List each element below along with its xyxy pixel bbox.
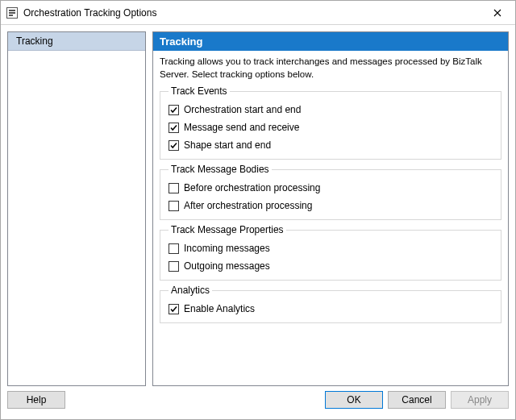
window-title: Orchestration Tracking Options [23, 7, 479, 19]
group-analytics: Analytics Enable Analytics [160, 285, 501, 323]
checkbox-label: Message send and receive [184, 122, 299, 133]
checkbox-before-processing[interactable]: Before orchestration processing [169, 182, 493, 193]
cancel-button[interactable]: Cancel [388, 391, 446, 409]
dialog-body: Tracking Tracking Tracking allows you to… [1, 25, 515, 387]
close-icon [493, 9, 501, 17]
checkbox-icon [169, 140, 179, 151]
dialog-footer: Help OK Cancel Apply [1, 387, 515, 419]
checkbox-label: After orchestration processing [184, 200, 312, 211]
content-panel: Tracking Tracking allows you to track in… [152, 31, 509, 386]
apply-button[interactable]: Apply [451, 391, 509, 409]
group-track-events-legend: Track Events [169, 85, 230, 97]
checkbox-orch-start-end[interactable]: Orchestration start and end [169, 104, 493, 115]
checkbox-incoming-messages[interactable]: Incoming messages [169, 243, 493, 254]
checkbox-outgoing-messages[interactable]: Outgoing messages [169, 260, 493, 272]
checkbox-label: Shape start and end [184, 139, 271, 151]
help-button[interactable]: Help [7, 391, 65, 409]
group-track-properties: Track Message Properties Incoming messag… [160, 224, 501, 281]
checkbox-after-processing[interactable]: After orchestration processing [169, 200, 493, 211]
checkbox-icon [169, 304, 179, 314]
close-button[interactable] [479, 1, 515, 24]
ok-button[interactable]: OK [325, 391, 383, 409]
svg-rect-1 [9, 10, 15, 11]
group-track-events: Track Events Orchestration start and end… [160, 85, 501, 160]
group-track-properties-legend: Track Message Properties [169, 224, 286, 235]
panel-description: Tracking allows you to track interchange… [160, 56, 501, 81]
svg-rect-3 [9, 15, 13, 16]
group-track-bodies: Track Message Bodies Before orchestratio… [160, 164, 501, 220]
checkbox-msg-send-receive[interactable]: Message send and receive [169, 122, 493, 133]
checkbox-icon [169, 183, 179, 193]
checkbox-label: Enable Analytics [184, 303, 255, 314]
svg-rect-2 [9, 12, 15, 14]
checkbox-icon [169, 201, 179, 211]
checkbox-icon [169, 123, 179, 133]
group-track-bodies-legend: Track Message Bodies [169, 164, 272, 175]
category-list: Tracking [7, 31, 146, 386]
checkbox-shape-start-end[interactable]: Shape start and end [169, 139, 493, 151]
checkbox-icon [169, 261, 179, 272]
checkbox-enable-analytics[interactable]: Enable Analytics [169, 303, 493, 314]
group-analytics-legend: Analytics [169, 285, 212, 296]
checkbox-label: Incoming messages [184, 243, 270, 254]
panel-header: Tracking [153, 32, 508, 51]
checkbox-label: Before orchestration processing [184, 182, 320, 193]
checkbox-icon [169, 105, 179, 115]
titlebar: Orchestration Tracking Options [1, 1, 515, 25]
dialog-window: Orchestration Tracking Options Tracking … [0, 0, 516, 420]
checkbox-label: Orchestration start and end [184, 104, 301, 115]
panel-body: Tracking allows you to track interchange… [153, 51, 508, 334]
checkbox-icon [169, 243, 179, 254]
nav-item-tracking[interactable]: Tracking [8, 32, 145, 51]
checkbox-label: Outgoing messages [184, 260, 270, 272]
app-icon [6, 6, 19, 19]
